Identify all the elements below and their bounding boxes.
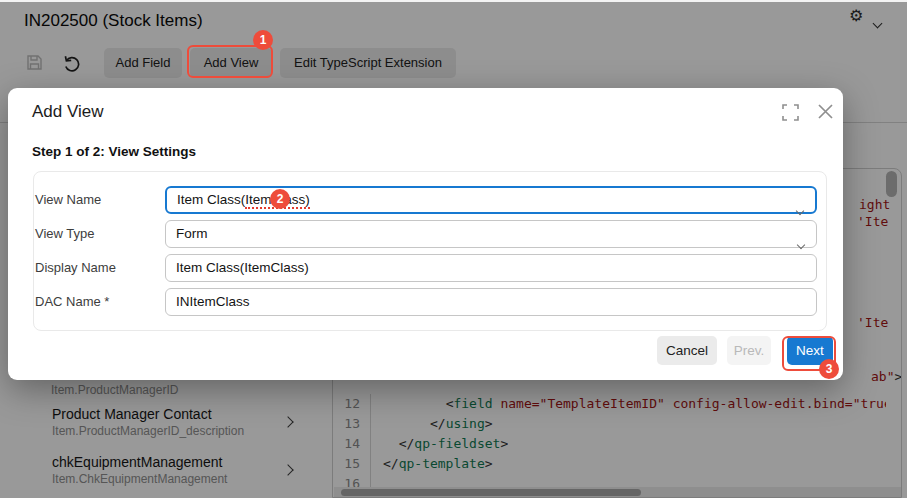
annotation-badge-1: 1 bbox=[253, 30, 273, 50]
window-top-edge bbox=[0, 0, 907, 2]
view-name-label: View Name bbox=[35, 186, 160, 214]
cancel-button[interactable]: Cancel bbox=[657, 336, 717, 365]
close-icon[interactable] bbox=[817, 103, 835, 121]
expand-icon[interactable] bbox=[782, 104, 800, 122]
view-name-value: Item Class( bbox=[177, 192, 245, 207]
annotation-badge-3: 3 bbox=[819, 359, 839, 379]
display-name-label: Display Name bbox=[35, 254, 160, 282]
dac-name-value: INItemClass bbox=[176, 294, 250, 309]
dac-name-input[interactable]: INItemClass bbox=[165, 288, 817, 316]
annotation-rect-add-view bbox=[187, 45, 273, 78]
dac-name-label: DAC Name * bbox=[35, 288, 160, 316]
combo-chevron-icon[interactable] bbox=[797, 198, 803, 222]
screen: IN202500 (Stock Items) ⚙ Add Field Add V… bbox=[0, 0, 907, 498]
display-name-input[interactable]: Item Class(ItemClass) bbox=[165, 254, 817, 282]
view-type-label: View Type bbox=[35, 220, 160, 248]
view-type-value: Form bbox=[176, 226, 208, 241]
display-name-value: Item Class(ItemClass) bbox=[176, 260, 309, 275]
view-type-input[interactable]: Form bbox=[165, 220, 817, 248]
add-view-dialog: Add View Step 1 of 2: View Settings View… bbox=[8, 88, 843, 380]
dialog-title: Add View bbox=[32, 102, 104, 122]
annotation-badge-2: 2 bbox=[270, 189, 290, 209]
prev-button: Prev. bbox=[727, 336, 771, 365]
step-heading: Step 1 of 2: View Settings bbox=[32, 144, 196, 159]
view-name-input[interactable]: Item Class(ItemClass) bbox=[165, 186, 817, 214]
